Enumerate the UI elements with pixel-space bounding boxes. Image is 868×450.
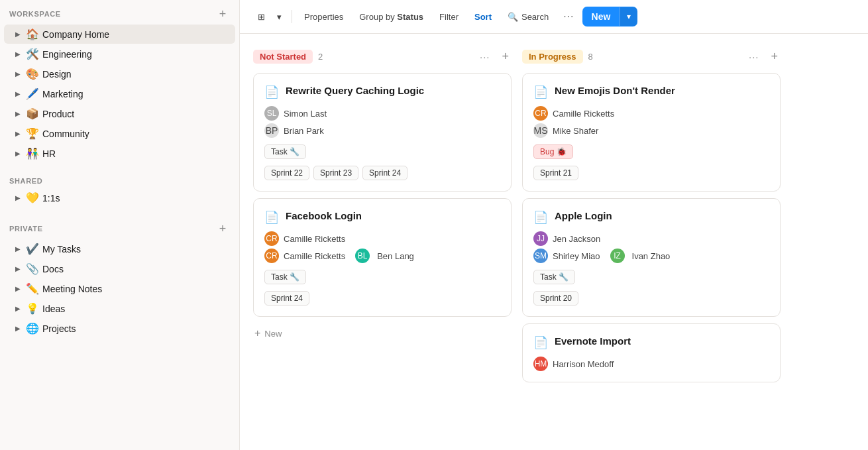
toolbar-more-button[interactable]: ···	[558, 7, 579, 26]
private-label: PRIVATE	[9, 225, 43, 233]
person-name: Shirley Miao	[553, 251, 600, 261]
plus-icon: +	[254, 327, 260, 339]
card-title: Evernote Import	[555, 335, 631, 348]
sprint-tag[interactable]: Sprint 24	[264, 291, 309, 306]
person-name: Camille Ricketts	[553, 109, 614, 119]
chevron-icon: ▶	[13, 305, 23, 312]
card-card-1[interactable]: 📄 Rewrite Query Caching Logic SLSimon La…	[253, 73, 512, 192]
person-name: Camille Ricketts	[284, 234, 345, 244]
search-button[interactable]: 🔍 Search	[501, 8, 555, 26]
board: Not Started 2 ··· + 📄 Rewrite Query Cach…	[240, 34, 868, 450]
status-badge-not-started: Not Started	[253, 50, 313, 64]
private-section-header: PRIVATE +	[0, 215, 239, 239]
column-more-button-in-progress[interactable]: ···	[745, 50, 763, 64]
sidebar-item-docs[interactable]: ▶ 📎 Docs ··· +	[4, 259, 235, 278]
person-name: Ivan Zhao	[632, 251, 671, 261]
card-people: SLSimon LastBPBrian Park	[264, 106, 500, 138]
sidebar-item-ideas[interactable]: ▶ 💡 Ideas ··· +	[4, 299, 235, 318]
tag[interactable]: Task 🔧	[533, 270, 575, 284]
person-name: Brian Park	[284, 126, 324, 136]
sidebar-item-label: Engineering	[42, 49, 229, 60]
sprint-tag[interactable]: Sprint 21	[533, 166, 578, 180]
column-not-started: Not Started 2 ··· + 📄 Rewrite Query Cach…	[253, 47, 512, 343]
sidebar-item-company-home[interactable]: ▶ 🏠 Company Home ··· +	[4, 25, 235, 44]
card-title: Apple Login	[555, 209, 612, 223]
sprint-tag[interactable]: Sprint 22	[264, 166, 309, 180]
sidebar-item-1on1s[interactable]: ▶ 💛 1:1s ··· +	[4, 188, 235, 207]
tag[interactable]: Task 🔧	[264, 144, 306, 159]
column-header-in-progress: In Progress 8 ··· +	[522, 47, 781, 66]
item-icon: ✏️	[25, 282, 40, 295]
sidebar-item-marketing[interactable]: ▶ 🖊️ Marketing ··· +	[4, 84, 235, 103]
card-card-4[interactable]: 📄 Apple Login JJJen JacksonSMShirley Mia…	[522, 198, 781, 317]
sort-button[interactable]: Sort	[468, 8, 498, 26]
card-title: Facebook Login	[286, 209, 362, 223]
workspace-add-button[interactable]: +	[215, 7, 230, 21]
toolbar: ⊞ ▾ Properties Group by Status Filter So…	[240, 0, 868, 34]
chevron-icon: ▶	[13, 285, 23, 292]
card-person: SMShirley Miao IZIvan Zhao	[533, 249, 769, 263]
tag[interactable]: Bug 🐞	[533, 144, 573, 159]
properties-button[interactable]: Properties	[298, 8, 350, 26]
sidebar-item-meeting-notes[interactable]: ▶ ✏️ Meeting Notes ··· +	[4, 279, 235, 298]
group-by-button[interactable]: Group by Status	[353, 8, 430, 26]
view-dropdown-button[interactable]: ▾	[272, 9, 286, 25]
workspace-label: WORKSPACE	[9, 10, 61, 18]
sidebar-item-label: My Tasks	[42, 244, 229, 254]
sidebar-item-label: Ideas	[42, 304, 229, 314]
card-title-row: 📄 Rewrite Query Caching Logic	[264, 84, 500, 99]
group-by-label: Group by	[359, 12, 397, 22]
sidebar-item-design[interactable]: ▶ 🎨 Design ··· +	[4, 64, 235, 84]
card-tags: Task 🔧	[264, 144, 500, 159]
filter-button[interactable]: Filter	[433, 8, 465, 26]
sidebar-item-hr[interactable]: ▶ 👫 HR ··· +	[4, 144, 235, 163]
item-icon: 🛠️	[25, 48, 40, 60]
chevron-icon: ▶	[13, 325, 23, 332]
person-name: Ben Lang	[377, 251, 414, 261]
sidebar-item-label: Marketing	[42, 89, 229, 99]
card-sprints: Sprint 22Sprint 23Sprint 24	[264, 166, 500, 180]
new-button[interactable]: New	[582, 7, 620, 27]
column-new-item-button[interactable]: +New	[253, 323, 512, 343]
card-title-row: 📄 New Emojis Don't Render	[533, 84, 769, 99]
card-card-5[interactable]: 📄 Evernote Import HMHarrison Medoff	[522, 323, 781, 382]
person-name: Camille Ricketts	[284, 251, 345, 261]
view-toggle-button[interactable]: ⊞	[253, 9, 270, 25]
new-dropdown-icon: ▾	[627, 12, 631, 21]
item-icon: 📦	[25, 107, 40, 120]
column-add-button-not-started[interactable]: +	[499, 48, 512, 65]
sprint-tag[interactable]: Sprint 20	[533, 291, 578, 306]
card-card-3[interactable]: 📄 New Emojis Don't Render CRCamille Rick…	[522, 73, 781, 192]
person-name: Simon Last	[284, 109, 327, 119]
column-in-progress: In Progress 8 ··· + 📄 New Emojis Don't R…	[522, 47, 781, 382]
item-icon: 🏆	[25, 127, 40, 140]
card-title: New Emojis Don't Render	[555, 84, 675, 97]
tag[interactable]: Task 🔧	[264, 270, 306, 284]
card-card-2[interactable]: 📄 Facebook Login CRCamille RickettsCRCam…	[253, 198, 512, 317]
new-dropdown-button[interactable]: ▾	[620, 7, 637, 26]
sidebar-item-my-tasks[interactable]: ▶ ✔️ My Tasks ··· +	[4, 239, 235, 258]
column-add-button-in-progress[interactable]: +	[768, 48, 781, 65]
sidebar-item-product[interactable]: ▶ 📦 Product ··· +	[4, 104, 235, 123]
sidebar-item-engineering[interactable]: ▶ 🛠️ Engineering ··· +	[4, 44, 235, 64]
card-tags: Bug 🐞	[533, 144, 769, 159]
chevron-icon: ▶	[13, 110, 23, 117]
group-by-field: Status	[397, 12, 423, 22]
avatar: CR	[533, 106, 548, 121]
column-more-button-not-started[interactable]: ···	[476, 50, 494, 64]
sprint-tag[interactable]: Sprint 24	[362, 166, 407, 180]
doc-icon: 📄	[533, 210, 548, 225]
card-people: HMHarrison Medoff	[533, 357, 769, 371]
sidebar-item-community[interactable]: ▶ 🏆 Community ··· +	[4, 124, 235, 143]
sidebar-item-projects[interactable]: ▶ 🌐 Projects ··· +	[4, 319, 235, 338]
card-sprints: Sprint 21	[533, 166, 769, 180]
card-title-row: 📄 Apple Login	[533, 209, 769, 225]
sidebar-item-label: Design	[42, 69, 229, 80]
item-icon: 💛	[25, 192, 40, 204]
card-person: CRCamille Ricketts	[264, 231, 500, 246]
avatar: HM	[533, 357, 548, 371]
avatar: CR	[264, 231, 279, 246]
item-icon: 🖊️	[25, 87, 40, 100]
private-add-button[interactable]: +	[215, 221, 230, 236]
sprint-tag[interactable]: Sprint 23	[313, 166, 358, 180]
